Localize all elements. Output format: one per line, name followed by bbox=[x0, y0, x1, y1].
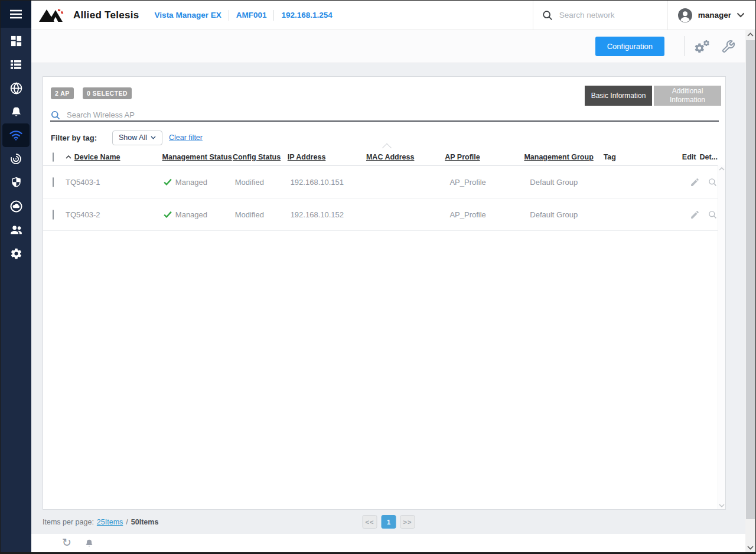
column-management-status[interactable]: Management Status bbox=[162, 153, 232, 161]
column-management-group[interactable]: Management Group bbox=[524, 153, 593, 161]
column-edit: Edit bbox=[682, 153, 696, 161]
magnifier-icon bbox=[708, 177, 718, 187]
brand-logo: Allied Telesis bbox=[31, 8, 148, 23]
vista-manager-screen: Allied Telesis Vista Manager EX AMF001 1… bbox=[0, 0, 756, 554]
sidebar-item-wireless[interactable] bbox=[2, 123, 30, 147]
list-icon bbox=[10, 59, 22, 70]
shield-icon bbox=[10, 176, 22, 189]
column-mac-address[interactable]: MAC Address bbox=[366, 153, 415, 161]
config-status: Modified bbox=[235, 178, 264, 187]
link-master-ip[interactable]: 192.168.1.254 bbox=[274, 11, 339, 19]
sort-ascending-icon[interactable] bbox=[66, 155, 71, 159]
info-tabs: Basic Information Additional Information bbox=[585, 86, 721, 106]
ap-profile: AP_Profile bbox=[449, 178, 485, 187]
bottom-bar: ↻ bbox=[31, 534, 755, 552]
gear-icon bbox=[10, 247, 22, 260]
wireless-ap-panel: 2 AP 0 SELECTED Basic Information Additi… bbox=[43, 76, 726, 510]
total-items: 50Items bbox=[131, 518, 159, 526]
column-popover-caret bbox=[382, 142, 392, 148]
column-ip-address[interactable]: IP Address bbox=[288, 153, 326, 161]
allied-telesis-mark-icon bbox=[38, 8, 69, 23]
device-name: TQ5403-2 bbox=[66, 210, 100, 219]
avatar-icon bbox=[677, 8, 693, 23]
network-search-input[interactable] bbox=[559, 11, 648, 19]
header-right: manager bbox=[533, 1, 755, 30]
top-header: Allied Telesis Vista Manager EX AMF001 1… bbox=[31, 1, 755, 30]
scroll-down-icon[interactable] bbox=[747, 546, 754, 550]
clear-filter-link[interactable]: Clear filter bbox=[169, 133, 203, 142]
ip-address: 192.168.10.151 bbox=[291, 178, 344, 187]
tag-filter-dropdown[interactable]: Show All bbox=[112, 131, 162, 145]
ap-settings-gears-icon[interactable] bbox=[694, 40, 711, 54]
target-swirl-icon bbox=[9, 152, 22, 165]
network-search bbox=[533, 1, 667, 30]
details-button[interactable] bbox=[708, 210, 718, 220]
toolbar-divider bbox=[684, 36, 685, 56]
sidebar-item-dashboard[interactable] bbox=[1, 29, 31, 53]
cloud-circle-icon bbox=[9, 200, 23, 213]
hamburger-menu-button[interactable] bbox=[1, 1, 31, 28]
scroll-up-icon[interactable] bbox=[719, 167, 725, 171]
management-status: Managed bbox=[175, 178, 207, 187]
column-ap-profile[interactable]: AP Profile bbox=[445, 153, 480, 161]
page-scrollbar[interactable] bbox=[745, 30, 755, 552]
header-breadcrumb: Vista Manager EX AMF001 192.168.1.254 bbox=[148, 10, 340, 21]
sidebar-item-awc[interactable] bbox=[1, 147, 31, 171]
tag-filter-row: Filter by tag: Show All Clear filter bbox=[51, 129, 203, 146]
pagination-next-button[interactable]: >> bbox=[400, 515, 415, 529]
pagination-prev-button[interactable]: << bbox=[363, 515, 377, 529]
management-group: Default Group bbox=[530, 178, 578, 187]
notification-bell-icon[interactable] bbox=[84, 539, 94, 548]
sidebar-item-network-map[interactable] bbox=[1, 76, 31, 100]
row-checkbox[interactable] bbox=[53, 210, 54, 220]
sidebar bbox=[1, 1, 31, 552]
ap-count-badge: 2 AP bbox=[51, 87, 74, 99]
table-row: TQ5403-1 Managed Modified 192.168.10.151… bbox=[43, 166, 718, 198]
details-button[interactable] bbox=[708, 177, 718, 187]
table-scrollbar[interactable] bbox=[718, 165, 725, 509]
link-amf-network[interactable]: AMF001 bbox=[229, 11, 274, 19]
sidebar-item-users[interactable] bbox=[1, 218, 31, 242]
user-menu[interactable]: manager bbox=[667, 1, 755, 30]
dashboard-icon bbox=[10, 35, 22, 47]
management-status: Managed bbox=[175, 210, 207, 219]
sidebar-item-events[interactable] bbox=[1, 100, 31, 123]
row-checkbox[interactable] bbox=[53, 177, 54, 187]
wireless-ap-search-input[interactable] bbox=[67, 110, 718, 119]
bell-icon bbox=[10, 106, 22, 118]
search-icon bbox=[542, 9, 553, 21]
column-config-status[interactable]: Config Status bbox=[233, 153, 281, 161]
sidebar-item-cloud[interactable] bbox=[1, 194, 31, 218]
pagination-page-1-button[interactable]: 1 bbox=[382, 515, 396, 529]
pager: << 1 >> bbox=[363, 515, 415, 529]
managed-check-icon bbox=[164, 178, 172, 185]
tab-additional-information[interactable]: Additional Information bbox=[654, 86, 721, 106]
chevron-down-icon bbox=[151, 136, 156, 139]
device-name: TQ5403-1 bbox=[66, 178, 100, 187]
tab-basic-information[interactable]: Basic Information bbox=[585, 86, 652, 106]
ap-profile: AP_Profile bbox=[449, 210, 485, 219]
pencil-icon bbox=[690, 177, 700, 187]
column-device-name[interactable]: Device Name bbox=[74, 153, 120, 161]
refresh-icon[interactable]: ↻ bbox=[62, 537, 71, 549]
link-vista-manager-ex[interactable]: Vista Manager EX bbox=[148, 11, 229, 19]
sidebar-item-system-settings[interactable] bbox=[1, 242, 31, 265]
scroll-down-icon[interactable] bbox=[719, 504, 725, 507]
edit-button[interactable] bbox=[690, 210, 708, 220]
edit-button[interactable] bbox=[690, 177, 708, 187]
configuration-button[interactable]: Configuration bbox=[595, 37, 664, 56]
search-underline bbox=[50, 120, 719, 122]
sidebar-item-security[interactable] bbox=[1, 171, 31, 194]
select-all-checkbox[interactable] bbox=[53, 152, 54, 162]
page-size-link[interactable]: 25Items bbox=[97, 518, 123, 526]
user-name: manager bbox=[698, 11, 731, 19]
wrench-icon[interactable] bbox=[721, 40, 735, 54]
items-per-page: Items per page: 25Items / 50Items bbox=[31, 518, 158, 526]
config-status: Modified bbox=[235, 210, 264, 219]
pencil-icon bbox=[690, 210, 700, 220]
count-badges: 2 AP 0 SELECTED bbox=[51, 87, 138, 99]
sidebar-item-asset-list[interactable] bbox=[1, 53, 31, 76]
scroll-up-icon[interactable] bbox=[747, 32, 754, 37]
search-icon bbox=[50, 110, 61, 120]
scrollbar-thumb[interactable] bbox=[746, 40, 755, 519]
